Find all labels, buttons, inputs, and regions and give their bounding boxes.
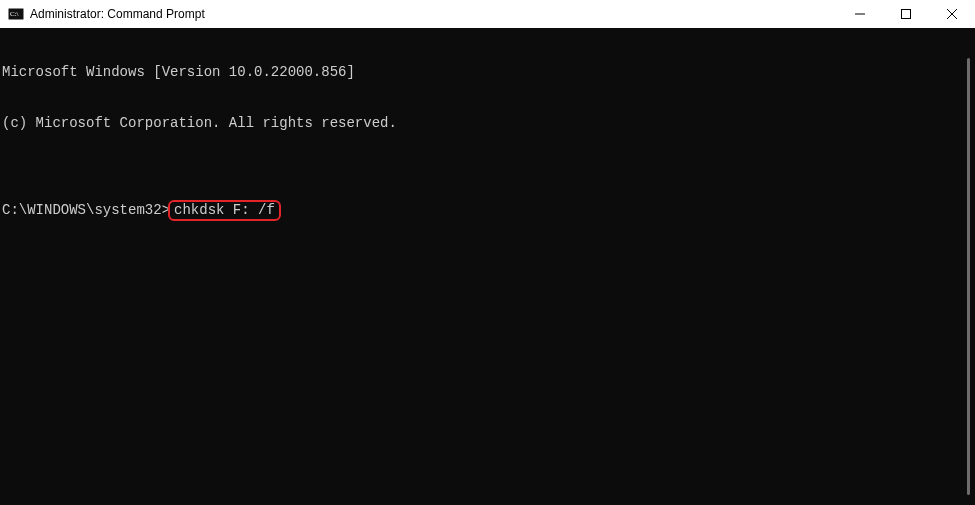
titlebar[interactable]: C:\ Administrator: Command Prompt <box>0 0 975 28</box>
close-button[interactable] <box>929 0 975 28</box>
prompt-line: C:\WINDOWS\system32>chkdsk F: /f <box>2 200 961 221</box>
maximize-button[interactable] <box>883 0 929 28</box>
cmd-icon: C:\ <box>8 6 24 22</box>
output-line: Microsoft Windows [Version 10.0.22000.85… <box>2 64 961 81</box>
scrollbar-thumb[interactable] <box>967 58 970 495</box>
minimize-button[interactable] <box>837 0 883 28</box>
prompt-text: C:\WINDOWS\system32> <box>2 202 170 218</box>
window-frame: C:\ Administrator: Command Prompt Micros… <box>0 0 975 505</box>
terminal-output[interactable]: Microsoft Windows [Version 10.0.22000.85… <box>0 28 963 505</box>
svg-text:C:\: C:\ <box>10 10 19 18</box>
highlighted-command: chkdsk F: /f <box>168 200 281 221</box>
window-title: Administrator: Command Prompt <box>30 7 205 21</box>
terminal-area: Microsoft Windows [Version 10.0.22000.85… <box>0 28 975 505</box>
window-controls <box>837 0 975 28</box>
svg-rect-3 <box>902 10 911 19</box>
vertical-scrollbar[interactable] <box>963 28 975 505</box>
output-line: (c) Microsoft Corporation. All rights re… <box>2 115 961 132</box>
